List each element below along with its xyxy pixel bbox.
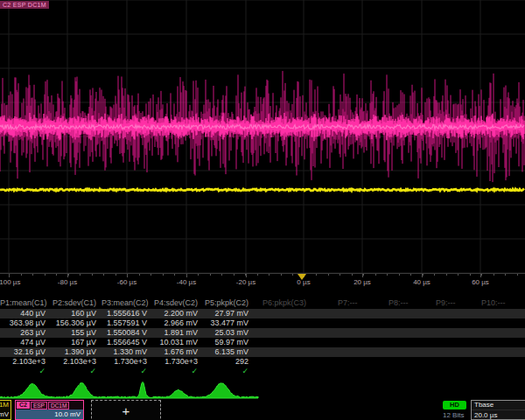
axis-minor-tick [517, 274, 518, 276]
timebase-label: Tbase [472, 401, 525, 410]
measurement-value: 59.97 mV [203, 338, 254, 347]
axis-minor-tick [45, 274, 46, 276]
axis-minor-tick [92, 274, 93, 276]
c2-channel-badge: C2 [17, 402, 30, 409]
measurement-value: 1.550084 V [102, 328, 152, 338]
measurement-value: 2.200 mV [152, 309, 203, 318]
axis-minor-tick [116, 274, 116, 276]
time-axis-label: -20 µs [236, 278, 256, 286]
c2-coupling-tag: DC1M [48, 402, 69, 410]
time-axis-label: 40 µs [413, 278, 430, 286]
axis-minor-tick [21, 274, 22, 276]
measurement-value: 363.98 µV [0, 318, 51, 328]
axis-minor-tick [352, 274, 353, 276]
axis-major-tick [246, 274, 247, 277]
status-ok-icon: ✓ [152, 367, 203, 376]
waveform-graticule [0, 0, 525, 273]
measurement-value: 167 µV [51, 338, 102, 347]
axis-major-tick [480, 274, 481, 277]
measurement-status-row: ✓✓✓✓✓ [0, 367, 525, 376]
measurement-row: 440 µV160 µV1.555616 V2.200 mV27.97 mV [0, 309, 525, 318]
axis-major-tick [422, 274, 423, 277]
measurement-value: 1.556645 V [102, 338, 152, 347]
axis-minor-tick [281, 274, 282, 276]
axis-minor-tick [446, 274, 447, 276]
axis-minor-tick [363, 274, 364, 276]
measurement-value: 1.330 mV [102, 347, 152, 357]
axis-minor-tick [269, 274, 270, 276]
c2-esp-tag: ESP [31, 402, 47, 410]
plus-icon: + [122, 403, 130, 418]
axis-minor-tick [80, 274, 80, 276]
axis-minor-tick [505, 274, 506, 276]
axis-minor-tick [292, 274, 293, 276]
time-axis-label: -100 µs [0, 278, 20, 286]
measurement-row: 474 µV167 µV1.556645 V10.031 mV59.97 mV [0, 338, 525, 347]
timebase-value: 20.0 µs [472, 410, 525, 420]
axis-major-tick [9, 274, 10, 277]
axis-minor-tick [481, 274, 482, 276]
measurement-header-row: P1:mean(C1)P2:sdev(C1)P3:mean(C2)P4:sdev… [0, 298, 525, 309]
measurement-value: 292 [203, 357, 254, 367]
measurement-header-3[interactable]: P3:mean(C2) [102, 298, 152, 309]
waveform-display[interactable]: C2 ESP DC1M [0, 0, 525, 273]
measurement-header-6[interactable]: P6:pkpk(C3) [254, 298, 329, 309]
trigger-position-marker[interactable] [298, 274, 306, 280]
time-axis: -100 µs-80 µs-60 µs-40 µs-20 µs0 µs20 µs… [0, 273, 525, 297]
timebase-descriptor[interactable]: Tbase 20.0 µs [471, 400, 525, 420]
measurement-value: 160 µV [51, 309, 102, 318]
status-ok-icon: ✓ [51, 367, 102, 376]
axis-minor-tick [494, 274, 494, 276]
measurement-header-10[interactable]: P10:--- [472, 298, 518, 309]
axis-minor-tick [32, 274, 33, 276]
axis-minor-tick [399, 274, 400, 276]
measurement-header-4[interactable]: P4:sdev(C2) [152, 298, 203, 309]
channel-c1-descriptor[interactable]: DC1M 0 mV [0, 400, 11, 420]
axis-minor-tick [257, 274, 258, 276]
hd-mode-badge[interactable]: HD [443, 401, 466, 410]
status-ok-icon: ✓ [102, 367, 152, 376]
measurement-header-5[interactable]: P5:pkpk(C2) [203, 298, 254, 309]
measurement-value: 1.557591 V [102, 318, 152, 328]
axis-major-tick [362, 274, 363, 277]
axis-minor-tick [163, 274, 164, 276]
channel-c2-descriptor[interactable]: C2 ESP DC1M 10.0 mV [15, 400, 84, 420]
measurement-header-2[interactable]: P2:sdev(C1) [51, 298, 102, 309]
measurement-value: 1.676 mV [152, 347, 203, 357]
c1-scale-value: 0 mV [0, 410, 10, 419]
axis-minor-tick [234, 274, 234, 276]
measurement-value: 2.966 mV [152, 318, 203, 328]
measurement-value: 1.555616 V [102, 309, 152, 318]
add-trace-button[interactable]: + [91, 400, 161, 420]
measurement-header-1[interactable]: P1:mean(C1) [0, 298, 51, 309]
measurement-header-9[interactable]: P9:--- [427, 298, 472, 309]
measurement-histicons [0, 382, 525, 401]
time-axis-label: -80 µs [58, 278, 77, 286]
axis-minor-tick [198, 274, 199, 276]
axis-minor-tick [375, 274, 376, 276]
c1-coupling-tag: DC1M [0, 401, 10, 410]
measurement-row: 2.103e+32.103e+31.730e+31.730e+3292 [0, 357, 525, 367]
c2-scale-value: 10.0 mV [16, 410, 83, 419]
measurement-value: 10.031 mV [152, 338, 203, 347]
axis-minor-tick [340, 274, 340, 276]
axis-minor-tick [210, 274, 211, 276]
axis-minor-tick [328, 274, 329, 276]
measurement-value: 2.103e+3 [51, 357, 102, 367]
trace-label-badge[interactable]: C2 ESP DC1M [0, 1, 49, 9]
measurement-value: 2.103e+3 [0, 357, 51, 367]
axis-major-tick [186, 274, 187, 277]
axis-major-tick [127, 274, 128, 277]
measurement-value: 25.03 mV [203, 328, 254, 338]
status-ok-icon: ✓ [203, 367, 254, 376]
measurement-table[interactable]: P1:mean(C1)P2:sdev(C1)P3:mean(C2)P4:sdev… [0, 298, 525, 376]
measurement-value: 1.730e+3 [102, 357, 152, 367]
measurement-header-7[interactable]: P7:--- [329, 298, 380, 309]
axis-minor-tick [434, 274, 435, 276]
axis-minor-tick [150, 274, 151, 276]
axis-minor-tick [103, 274, 104, 276]
measurement-header-8[interactable]: P8:--- [380, 298, 427, 309]
status-bar: DC1M 0 mV C2 ESP DC1M 10.0 mV + HD 12 Bi… [0, 399, 525, 420]
axis-minor-tick [221, 274, 222, 276]
axis-minor-tick [458, 274, 458, 276]
